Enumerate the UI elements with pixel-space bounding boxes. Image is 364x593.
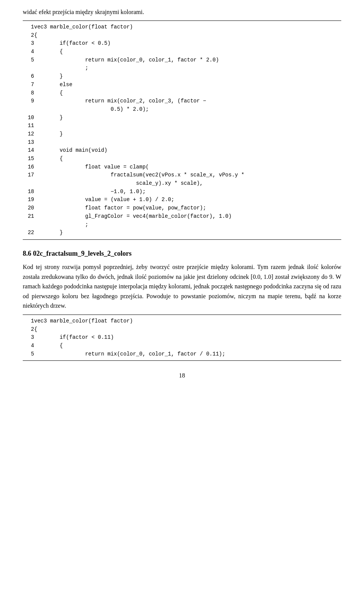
line-code: return mix(color_0, color_1, factor * 2.…	[34, 56, 341, 64]
table-row: 20 float factor = pow(value, pow_factor)…	[23, 204, 341, 212]
line-number: 4	[23, 342, 34, 350]
line-code: fractalsum(vec2(vPos.x * scale_x, vPos.y…	[34, 171, 341, 179]
table-row: 5 return mix(color_0, color_1, factor * …	[23, 56, 341, 64]
line-code: ;	[34, 221, 341, 229]
line-number	[23, 221, 34, 229]
section-heading: 8.6 02c_fractalsum_9_levels_2_colors	[23, 249, 341, 258]
line-code: }	[34, 130, 341, 138]
line-code: float factor = pow(value, pow_factor);	[34, 204, 341, 212]
table-row: 3 if(factor < 0.5)	[23, 39, 341, 48]
line-number: 3	[23, 333, 34, 342]
code2-bottom-rule	[23, 360, 341, 361]
mid-rule	[23, 239, 341, 240]
line-number: 22	[23, 229, 34, 237]
line-number: 8	[23, 89, 34, 98]
line-code: if(factor < 0.11)	[34, 333, 341, 342]
table-row: 19 value = (value + 1.0) / 2.0;	[23, 196, 341, 204]
line-code: 0.5) * 2.0);	[34, 105, 341, 114]
code-table-2: 1vec3 marble_color(float factor)2{3 if(f…	[23, 317, 341, 358]
line-number: 6	[23, 72, 34, 81]
body-text-container: Kod tej strony rozwija pomysł poprzednie…	[23, 262, 341, 311]
line-code: else	[34, 81, 341, 89]
line-code: scale_y).xy * scale),	[34, 179, 341, 188]
line-code: return mix(color_2, color_3, (factor −	[34, 97, 341, 105]
code-section-1: 1vec3 marble_color(float factor)2{3 if(f…	[23, 23, 341, 237]
intro-text: widać efekt przejścia między skrajnymi k…	[23, 8, 341, 17]
body-paragraph: Kod tej strony rozwija pomysł poprzednie…	[23, 262, 341, 311]
line-number: 20	[23, 204, 34, 212]
line-number	[23, 105, 34, 114]
line-code: }	[34, 114, 341, 122]
line-code: −1.0, 1.0);	[34, 188, 341, 196]
line-code: float value = clamp(	[34, 163, 341, 171]
table-row: 14 void main(void)	[23, 146, 341, 155]
line-number: 3	[23, 39, 34, 48]
line-number: 2	[23, 31, 34, 40]
line-number: 19	[23, 196, 34, 204]
line-code: return mix(color_0, color_1, factor / 0.…	[34, 350, 341, 359]
line-code: void main(void)	[34, 146, 341, 155]
line-code: }	[34, 229, 341, 237]
line-code	[34, 138, 341, 147]
line-number: 5	[23, 350, 34, 359]
table-row: scale_y).xy * scale),	[23, 179, 341, 188]
top-rule	[23, 20, 341, 21]
code-section-2: 1vec3 marble_color(float factor)2{3 if(f…	[23, 317, 341, 358]
line-number: 2	[23, 326, 34, 334]
line-number: 4	[23, 48, 34, 56]
line-number: 1	[23, 23, 34, 31]
line-number: 12	[23, 130, 34, 138]
table-row: ;	[23, 64, 341, 72]
line-code: {	[34, 31, 341, 40]
line-number: 1	[23, 317, 34, 326]
table-row: 5 return mix(color_0, color_1, factor / …	[23, 350, 341, 359]
table-row: ;	[23, 221, 341, 229]
line-code: {	[34, 326, 341, 334]
table-row: 3 if(factor < 0.11)	[23, 333, 341, 342]
line-code: if(factor < 0.5)	[34, 39, 341, 48]
code2-top-rule	[23, 315, 341, 315]
line-number: 13	[23, 138, 34, 147]
line-number: 16	[23, 163, 34, 171]
line-code: vec3 marble_color(float factor)	[34, 23, 341, 31]
line-code	[34, 122, 341, 130]
line-number	[23, 64, 34, 72]
table-row: 12 }	[23, 130, 341, 138]
table-row: 15 {	[23, 155, 341, 163]
line-number: 14	[23, 146, 34, 155]
table-row: 4 {	[23, 342, 341, 350]
line-code: gl_FragColor = vec4(marble_color(factor)…	[34, 212, 341, 221]
line-number: 5	[23, 56, 34, 64]
line-code: {	[34, 342, 341, 350]
table-row: 4 {	[23, 48, 341, 56]
line-code: {	[34, 48, 341, 56]
table-row: 18 −1.0, 1.0);	[23, 188, 341, 196]
table-row: 7 else	[23, 81, 341, 89]
table-row: 0.5) * 2.0);	[23, 105, 341, 114]
line-code: }	[34, 72, 341, 81]
line-number: 10	[23, 114, 34, 122]
table-row: 16 float value = clamp(	[23, 163, 341, 171]
line-code: value = (value + 1.0) / 2.0;	[34, 196, 341, 204]
table-row: 13	[23, 138, 341, 147]
line-number	[23, 179, 34, 188]
line-code: ;	[34, 64, 341, 72]
table-row: 11	[23, 122, 341, 130]
code-table-1: 1vec3 marble_color(float factor)2{3 if(f…	[23, 23, 341, 237]
table-row: 6 }	[23, 72, 341, 81]
table-row: 2{	[23, 326, 341, 334]
table-row: 17 fractalsum(vec2(vPos.x * scale_x, vPo…	[23, 171, 341, 179]
line-number: 18	[23, 188, 34, 196]
table-row: 21 gl_FragColor = vec4(marble_color(fact…	[23, 212, 341, 221]
table-row: 10 }	[23, 114, 341, 122]
line-code: vec3 marble_color(float factor)	[34, 317, 341, 326]
table-row: 22 }	[23, 229, 341, 237]
line-code: {	[34, 155, 341, 163]
line-number: 11	[23, 122, 34, 130]
line-number: 7	[23, 81, 34, 89]
line-number: 17	[23, 171, 34, 179]
table-row: 8 {	[23, 89, 341, 98]
line-number: 15	[23, 155, 34, 163]
table-row: 9 return mix(color_2, color_3, (factor −	[23, 97, 341, 105]
line-number: 21	[23, 212, 34, 221]
